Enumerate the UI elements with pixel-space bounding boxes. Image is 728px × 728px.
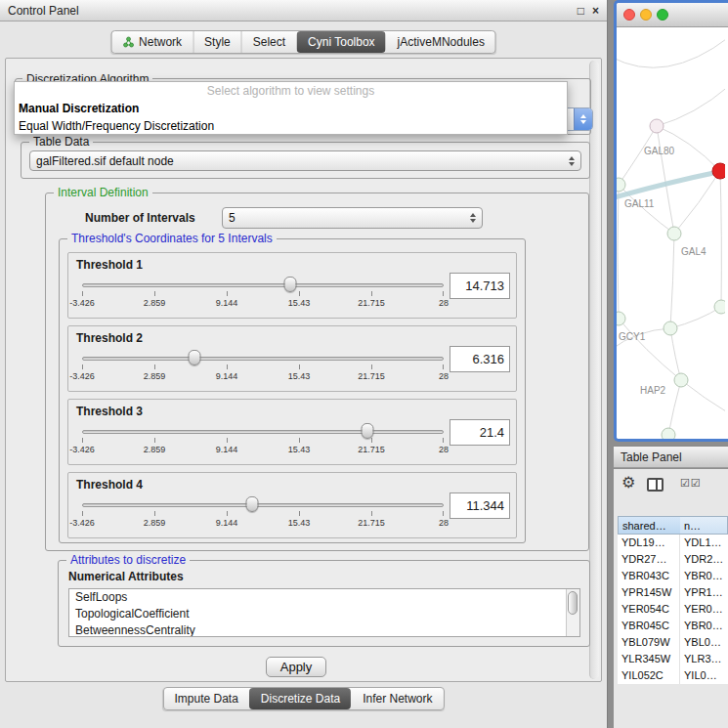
- table-data-value: galFiltered.sif default node: [36, 154, 174, 168]
- tab-network[interactable]: Network: [111, 31, 193, 53]
- dropdown-option-equal-width-frequency[interactable]: Equal Width/Frequency Discretization: [15, 117, 567, 135]
- slider-thumb[interactable]: [284, 277, 297, 292]
- close-traffic-light[interactable]: [623, 9, 635, 21]
- table-cell[interactable]: YPR1…: [680, 584, 728, 601]
- table-data-combobox[interactable]: galFiltered.sif default node: [29, 150, 581, 171]
- table-row[interactable]: YBR045C YBR0…: [618, 618, 728, 634]
- scale-label: 15.43: [288, 371, 311, 381]
- tab-discretize-data[interactable]: Discretize Data: [249, 688, 351, 709]
- table-cell[interactable]: YLR3…: [680, 651, 728, 667]
- slider-ticks: [82, 291, 444, 296]
- list-item-selfloops[interactable]: SelfLoops: [69, 589, 579, 606]
- list-scrollbar[interactable]: [566, 589, 579, 636]
- threshold-2-slider[interactable]: -3.426 2.859 9.144 15.43 21.715 28: [82, 350, 444, 385]
- threshold-3-value-field[interactable]: 21.4: [450, 419, 510, 446]
- list-scrollbar-thumb[interactable]: [568, 591, 578, 615]
- threshold-4-value-field[interactable]: 11.344: [450, 492, 510, 519]
- slider-track[interactable]: [82, 503, 444, 507]
- threshold-1-value-field[interactable]: 14.713: [450, 273, 510, 299]
- table-cell[interactable]: YLR345W: [618, 651, 680, 667]
- list-item-topologicalcoefficient[interactable]: TopologicalCoefficient: [69, 606, 579, 622]
- apply-button[interactable]: Apply: [266, 657, 326, 677]
- network-node: [617, 178, 625, 192]
- scale-label: 15.43: [288, 518, 311, 528]
- table-cell[interactable]: YER054C: [618, 601, 680, 618]
- slider-track[interactable]: [82, 430, 444, 434]
- tab-select-label: Select: [253, 35, 285, 49]
- slider-thumb[interactable]: [245, 496, 258, 512]
- checkbox-icons[interactable]: ☑☑: [680, 477, 702, 490]
- scale-label: 21.715: [358, 298, 385, 308]
- network-node: [714, 300, 725, 314]
- scale-label: -3.426: [69, 298, 95, 308]
- scale-label: -3.426: [69, 445, 95, 454]
- table-cell[interactable]: YBR045C: [618, 618, 680, 634]
- table-row[interactable]: YBL079W YBL0…: [618, 634, 728, 651]
- tab-infer-network[interactable]: Infer Network: [351, 688, 443, 709]
- table-cell[interactable]: YDR27…: [618, 551, 680, 568]
- table-header-row: shared… n…: [618, 516, 728, 535]
- tab-impute-data-label: Impute Data: [174, 692, 237, 706]
- numerical-attributes-list: SelfLoops TopologicalCoefficient Between…: [68, 588, 580, 637]
- columns-icon[interactable]: [647, 478, 664, 492]
- table-cell[interactable]: YDL19…: [618, 535, 680, 551]
- table-cell[interactable]: YER0…: [680, 601, 728, 618]
- tab-select[interactable]: Select: [241, 31, 296, 53]
- table-cell[interactable]: YDL1…: [680, 535, 728, 551]
- threshold-2-value-field[interactable]: 6.316: [450, 346, 510, 372]
- threshold-4-slider[interactable]: -3.426 2.859 9.144 15.43 21.715 28: [82, 496, 444, 532]
- table-cell[interactable]: YBR0…: [680, 568, 728, 584]
- close-icon[interactable]: ×: [592, 5, 599, 17]
- slider-thumb[interactable]: [362, 423, 374, 439]
- gear-icon[interactable]: ⚙: [621, 475, 635, 491]
- table-row[interactable]: YIL052C YIL0…: [618, 667, 728, 684]
- table-cell[interactable]: YIL052C: [618, 667, 680, 684]
- number-of-intervals-value: 5: [229, 211, 236, 225]
- slider-track[interactable]: [82, 357, 444, 361]
- dropdown-option-manual-discretization[interactable]: Manual Discretization: [15, 100, 567, 117]
- list-item-betweennesscentrality[interactable]: BetweennessCentrality: [69, 622, 579, 637]
- slider-scale-labels: -3.426 2.859 9.144 15.43 21.715 28: [82, 445, 444, 456]
- slider-track[interactable]: [82, 283, 444, 287]
- scale-label: 9.144: [216, 371, 238, 381]
- table-panel-title: Table Panel: [621, 450, 682, 464]
- minimize-traffic-light[interactable]: [640, 9, 652, 21]
- threshold-1-slider[interactable]: -3.426 2.859 9.144 15.43 21.715 28: [82, 277, 444, 312]
- threshold-3-label: Threshold 3: [76, 405, 143, 418]
- table-row[interactable]: YPR145W YPR1…: [618, 584, 728, 601]
- table-row[interactable]: YBR043C YBR0…: [618, 568, 728, 584]
- tab-cyni-toolbox[interactable]: Cyni Toolbox: [296, 31, 385, 53]
- scale-label: -3.426: [69, 518, 95, 528]
- table-cell[interactable]: YBL0…: [680, 634, 728, 651]
- threshold-3-slider[interactable]: -3.426 2.859 9.144 15.43 21.715 28: [82, 423, 444, 458]
- slider-ticks: [82, 364, 444, 369]
- slider-scale-labels: -3.426 2.859 9.144 15.43 21.715 28: [82, 298, 444, 310]
- table-row[interactable]: YDR27… YDR2…: [618, 551, 728, 568]
- scale-label: 21.715: [358, 371, 385, 381]
- table-cell[interactable]: YBR0…: [680, 618, 728, 634]
- table-row[interactable]: YDL19… YDL1…: [618, 535, 728, 551]
- table-cell[interactable]: YBL079W: [618, 634, 680, 651]
- tab-jactivemnodules[interactable]: jActiveMNodules: [386, 31, 495, 53]
- slider-thumb[interactable]: [188, 350, 200, 365]
- table-row[interactable]: YLR345W YLR3…: [618, 651, 728, 667]
- scale-label: 21.715: [358, 445, 385, 454]
- table-cell[interactable]: YPR145W: [618, 584, 680, 601]
- number-of-intervals-combobox[interactable]: 5: [222, 207, 483, 229]
- table-cell[interactable]: YIL0…: [680, 667, 728, 684]
- stepper-arrows-icon: [569, 156, 575, 166]
- table-row[interactable]: YER054C YER0…: [618, 601, 728, 618]
- table-cell[interactable]: YDR2…: [680, 551, 728, 568]
- tab-style[interactable]: Style: [193, 31, 241, 53]
- network-canvas[interactable]: GAL80 GAL11 GAL4 GCY1 HAP2: [617, 27, 725, 441]
- float-window-icon[interactable]: □: [578, 5, 584, 17]
- column-header-name[interactable]: n…: [680, 516, 728, 535]
- scale-label: 28: [439, 518, 449, 528]
- network-node: [667, 227, 681, 240]
- slider-scale-labels: -3.426 2.859 9.144 15.43 21.715 28: [82, 518, 444, 530]
- table-cell[interactable]: YBR043C: [618, 568, 680, 584]
- tab-impute-data[interactable]: Impute Data: [163, 688, 248, 709]
- column-header-shared[interactable]: shared…: [618, 516, 680, 535]
- zoom-traffic-light[interactable]: [657, 9, 668, 21]
- panel-scrollbar[interactable]: [589, 61, 599, 679]
